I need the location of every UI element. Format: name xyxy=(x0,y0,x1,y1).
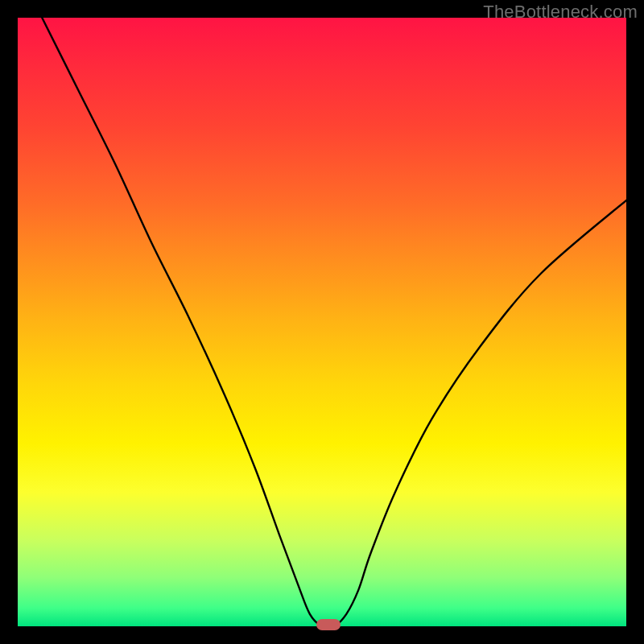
watermark-text: TheBottleneck.com xyxy=(483,2,638,23)
chart-frame: TheBottleneck.com xyxy=(0,0,644,644)
bottleneck-curve xyxy=(18,18,626,626)
optimal-point-marker xyxy=(316,619,341,630)
plot-area xyxy=(18,18,626,626)
